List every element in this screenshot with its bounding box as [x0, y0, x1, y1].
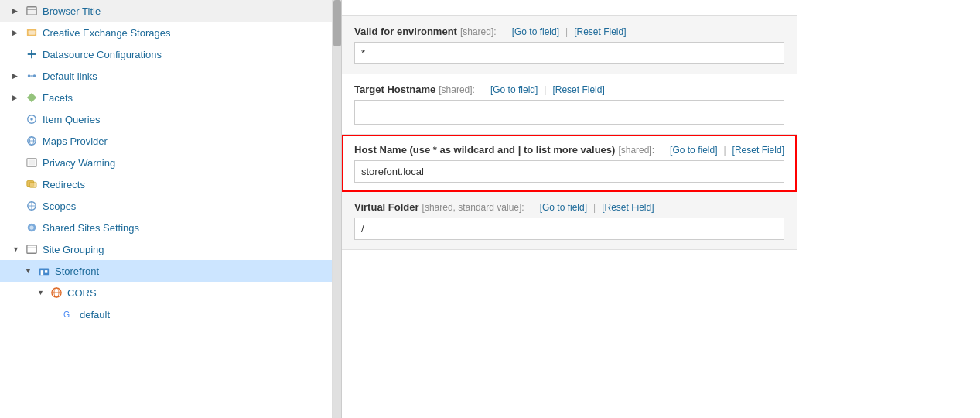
- field-label-valid-env: Valid for environment: [354, 26, 457, 37]
- sidebar-label-privacy-warning: Privacy Warning: [43, 157, 115, 169]
- field-meta-virtual-folder: [shared, standard value]:: [422, 202, 524, 213]
- sidebar: ▶Browser Title▶Creative Exchange Storage…: [0, 0, 333, 418]
- tree-icon-maps-provider: [25, 134, 39, 148]
- tree-arrow-browser-title[interactable]: ▶: [12, 7, 25, 15]
- sidebar-item-site-grouping[interactable]: ▼Site Grouping: [0, 238, 332, 260]
- sidebar-label-creative-exchange: Creative Exchange Storages: [43, 27, 170, 39]
- reset-field-valid-env[interactable]: [Reset Field]: [574, 26, 626, 37]
- field-meta-target-hostname: [shared]:: [439, 84, 475, 95]
- sidebar-label-storefront: Storefront: [55, 266, 99, 277]
- sidebar-item-browser-title[interactable]: ▶Browser Title: [0, 0, 332, 22]
- field-label-row-host-name: Host Name (use * as wildcard and | to li…: [354, 144, 784, 156]
- svg-rect-27: [41, 270, 44, 275]
- field-block-valid-env: Valid for environment [shared]:[Go to fi…: [342, 16, 797, 74]
- tree-arrow-facets[interactable]: ▶: [12, 94, 25, 101]
- sidebar-item-redirects[interactable]: Redirects: [0, 173, 332, 195]
- field-label-row-valid-env: Valid for environment [shared]:[Go to fi…: [354, 26, 784, 37]
- tree-icon-cors: [50, 286, 63, 300]
- sidebar-label-default: default: [80, 309, 110, 320]
- reset-field-target-hostname[interactable]: [Reset Field]: [552, 84, 604, 95]
- tree-icon-shared-sites: [25, 221, 39, 235]
- field-label-virtual-folder: Virtual Folder: [354, 201, 419, 213]
- field-value-virtual-folder[interactable]: /: [354, 218, 784, 240]
- go-to-field-valid-env[interactable]: [Go to field]: [512, 26, 559, 37]
- go-to-field-virtual-folder[interactable]: [Go to field]: [540, 202, 587, 213]
- sidebar-item-item-queries[interactable]: Item Queries: [0, 108, 332, 130]
- tree-icon-item-queries: [25, 112, 39, 126]
- field-block-host-name: Host Name (use * as wildcard and | to li…: [342, 135, 797, 192]
- sidebar-item-creative-exchange[interactable]: ▶Creative Exchange Storages: [0, 22, 332, 43]
- section-title: [342, 0, 797, 16]
- sidebar-item-cors[interactable]: ▼CORS: [0, 282, 332, 303]
- reset-field-virtual-folder[interactable]: [Reset Field]: [602, 202, 654, 213]
- reset-field-host-name[interactable]: [Reset Field]: [732, 145, 784, 156]
- sidebar-item-scopes[interactable]: Scopes: [0, 195, 332, 217]
- field-meta-host-name: [shared]:: [618, 145, 654, 156]
- tree-arrow-cors[interactable]: ▼: [37, 289, 50, 296]
- svg-point-7: [33, 74, 36, 77]
- field-value-target-hostname[interactable]: [354, 100, 784, 125]
- tree-icon-creative-exchange: [25, 26, 39, 39]
- tree-arrow-creative-exchange[interactable]: ▶: [12, 29, 25, 36]
- svg-point-23: [29, 225, 33, 229]
- tree-icon-site-grouping: [25, 242, 39, 256]
- svg-point-11: [30, 118, 33, 121]
- tree-icon-datasource: [25, 47, 39, 61]
- svg-rect-24: [27, 245, 36, 254]
- sidebar-item-default-links[interactable]: ▶Default links: [0, 65, 332, 87]
- sidebar-label-datasource: Datasource Configurations: [43, 49, 162, 60]
- field-block-virtual-folder: Virtual Folder [shared, standard value]:…: [342, 192, 797, 250]
- field-label-target-hostname: Target Hostname: [354, 84, 435, 95]
- field-sep2-virtual-folder: |: [593, 202, 596, 213]
- field-value-valid-env[interactable]: *: [354, 42, 784, 64]
- field-label-host-name: Host Name (use * as wildcard and | to li…: [354, 144, 615, 156]
- tree-arrow-site-grouping[interactable]: ▼: [12, 245, 25, 253]
- sidebar-label-site-grouping: Site Grouping: [43, 244, 104, 255]
- svg-text:G: G: [63, 310, 70, 319]
- sidebar-label-facets: Facets: [43, 92, 73, 104]
- scroll-track[interactable]: [333, 0, 342, 418]
- sidebar-item-maps-provider[interactable]: Maps Provider: [0, 130, 332, 152]
- scroll-thumb[interactable]: [333, 0, 341, 46]
- tree-icon-default-links: [25, 69, 39, 83]
- field-sep2-target-hostname: |: [544, 84, 546, 95]
- sidebar-label-scopes: Scopes: [43, 200, 76, 212]
- field-sep2-host-name: |: [723, 145, 726, 156]
- tree-icon-scopes: [25, 199, 39, 213]
- svg-rect-28: [45, 270, 48, 273]
- sidebar-label-cors: CORS: [67, 287, 97, 299]
- tree-arrow-default-links[interactable]: ▶: [12, 72, 25, 80]
- tree-icon-privacy-warning: [25, 156, 39, 170]
- tree-arrow-storefront[interactable]: ▼: [25, 267, 37, 275]
- field-label-row-virtual-folder: Virtual Folder [shared, standard value]:…: [354, 201, 784, 213]
- field-sep2-valid-env: |: [565, 26, 568, 37]
- svg-rect-18: [29, 182, 36, 187]
- svg-marker-9: [27, 93, 36, 102]
- field-label-row-target-hostname: Target Hostname [shared]:[Go to field]|[…: [354, 84, 784, 95]
- tree-icon-default: G: [62, 307, 76, 321]
- tree-icon-facets: [25, 91, 39, 104]
- sidebar-label-shared-sites: Shared Sites Settings: [43, 222, 139, 234]
- sidebar-item-default[interactable]: Gdefault: [0, 303, 332, 325]
- sidebar-label-maps-provider: Maps Provider: [43, 135, 108, 147]
- svg-rect-16: [29, 160, 36, 166]
- sidebar-label-item-queries: Item Queries: [43, 114, 100, 125]
- field-meta-valid-env: [shared]:: [460, 26, 497, 37]
- tree-icon-storefront: [37, 264, 51, 278]
- tree-icon-redirects: [25, 177, 39, 191]
- field-value-host-name[interactable]: storefont.local: [354, 160, 784, 183]
- svg-rect-3: [29, 30, 36, 34]
- go-to-field-target-hostname[interactable]: [Go to field]: [490, 84, 538, 95]
- sidebar-item-datasource[interactable]: Datasource Configurations: [0, 43, 332, 65]
- sidebar-label-redirects: Redirects: [43, 179, 85, 190]
- sidebar-label-browser-title: Browser Title: [43, 5, 101, 17]
- sidebar-item-facets[interactable]: ▶Facets: [0, 87, 332, 108]
- tree-icon-browser-title: [25, 4, 39, 18]
- sidebar-item-privacy-warning[interactable]: Privacy Warning: [0, 152, 332, 173]
- svg-rect-0: [27, 7, 36, 15]
- sidebar-label-default-links: Default links: [43, 70, 97, 82]
- sidebar-item-shared-sites[interactable]: Shared Sites Settings: [0, 217, 332, 238]
- svg-point-6: [28, 74, 31, 77]
- sidebar-item-storefront[interactable]: ▼Storefront: [0, 260, 332, 282]
- go-to-field-host-name[interactable]: [Go to field]: [670, 145, 717, 156]
